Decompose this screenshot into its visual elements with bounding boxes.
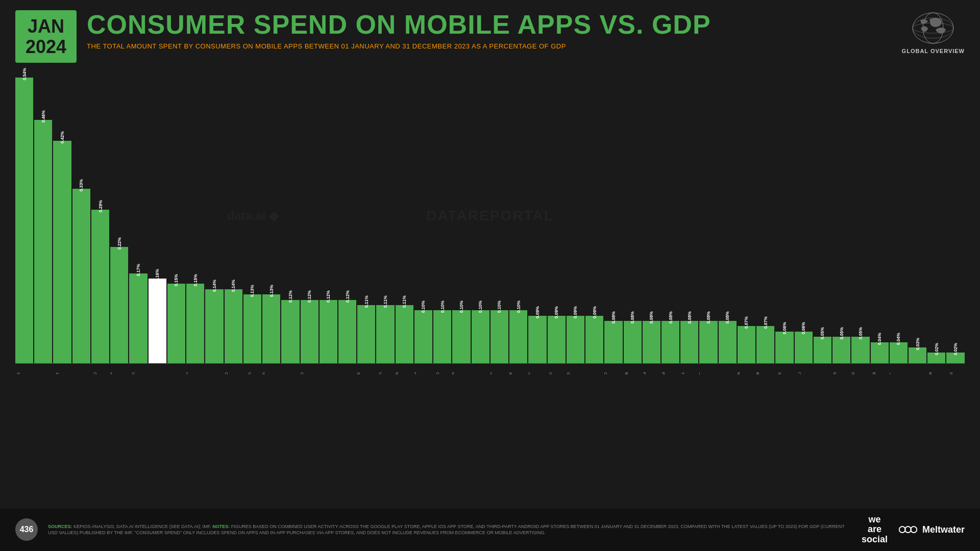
bar-group: 0.15% (167, 68, 185, 363)
bar (814, 337, 831, 363)
bar-label-cell: PORTUGAL (699, 368, 717, 374)
bar-group: 0.14% (225, 68, 242, 363)
bar-group: 0.13% (243, 68, 261, 363)
bar-group: 0.22% (110, 68, 128, 363)
bar-group: 0.07% (756, 68, 774, 363)
bar-group: 0.13% (262, 68, 280, 363)
bar-value-label: 0.15% (193, 274, 198, 286)
bar-label-text: AUSTRIA (509, 372, 513, 375)
bar-group: 0.11% (376, 68, 394, 363)
bar-label-text: U.S.A. (131, 372, 136, 375)
date-badge: JAN 2024 (15, 10, 77, 63)
bar (357, 305, 375, 363)
bar (281, 300, 299, 363)
bar-label-cell: HONG KONG (72, 368, 90, 374)
bar-group: 0.09% (567, 68, 584, 363)
bar-value-label: 0.04% (896, 333, 901, 345)
bar-group: 0.04% (871, 68, 889, 363)
bar-label-text: ARGENTINA (909, 372, 909, 375)
bar-value-label: 0.09% (573, 306, 578, 318)
bar-group: 0.04% (890, 68, 908, 363)
bar-label-cell: FRANCE (643, 368, 660, 374)
global-overview-label: GLOBAL OVERVIEW (902, 48, 965, 54)
bar (719, 321, 737, 363)
bar-value-label: 0.14% (231, 280, 236, 292)
bar-group: 0.10% (433, 68, 451, 363)
labels-row: TAIWANSOUTH KOREAJAPANHONG KONGCHINATHAI… (15, 364, 965, 410)
main-title: CONSUMER SPEND ON MOBILE APPS vs. GDP (87, 10, 892, 39)
bar (756, 326, 774, 363)
bar-group: 0.17% (129, 68, 147, 363)
bar-value-label: 0.54% (22, 68, 27, 80)
svg-point-5 (905, 527, 911, 533)
bar-value-label: 0.05% (859, 327, 863, 339)
svg-point-0 (913, 13, 953, 43)
bar-value-label: 0.08% (688, 311, 692, 323)
global-overview-block: GLOBAL OVERVIEW (902, 10, 965, 54)
bar-label-cell: SWEDEN (357, 368, 375, 374)
bar-value-label: 0.10% (459, 300, 464, 313)
bar-label-cell: WORLDWIDE (149, 368, 166, 374)
bar-group: 0.02% (946, 68, 964, 363)
bar-group: 0.03% (909, 68, 926, 363)
bar-group: 0.05% (851, 68, 869, 363)
bar-group: 0.06% (775, 68, 793, 363)
bar-value-label: 0.08% (668, 311, 673, 323)
bar-label-text: CROATIA (301, 372, 304, 375)
bar-group: 0.46% (34, 68, 52, 363)
bar (662, 321, 679, 363)
bar-label-text: CHILE (435, 372, 439, 375)
bar (110, 247, 128, 363)
bar (643, 321, 660, 363)
bar-label-text: GERMANY (528, 372, 530, 375)
bar (205, 289, 223, 363)
bar-label-cell: HUNGARY (491, 368, 508, 374)
bar-label-cell: THAILAND (110, 368, 128, 374)
bar-group: 0.42% (53, 68, 71, 363)
bar-group: 0.33% (72, 68, 90, 363)
bar-value-label: 0.15% (174, 274, 179, 286)
bar-value-label: 0.08% (611, 311, 616, 323)
bar-value-label: 0.10% (478, 300, 483, 313)
bar-value-label: 0.08% (706, 311, 711, 323)
bar (890, 342, 908, 363)
bar-group: 0.12% (338, 68, 356, 363)
bar (376, 305, 394, 363)
meltwater-text: Meltwater (922, 524, 965, 535)
bar-value-label: 0.05% (839, 327, 844, 339)
bar-group: 0.05% (832, 68, 850, 363)
bar-value-label: 0.10% (516, 300, 521, 313)
bar (396, 305, 413, 363)
bar-label-cell: U.S.A. (129, 368, 147, 374)
bar (225, 289, 242, 363)
bar-value-label: 0.11% (364, 295, 369, 308)
bar-group: 0.16% (149, 68, 166, 363)
bar-label-cell: SWITZERLAND (472, 368, 489, 374)
globe-icon (910, 10, 956, 46)
bar (320, 300, 337, 363)
bar-label-cell: RUSSIA (927, 368, 945, 374)
bar-group: 0.08% (624, 68, 642, 363)
bar-group: 0.12% (301, 68, 318, 363)
bar (528, 316, 546, 363)
brand-social: social (862, 535, 888, 545)
bar-label-cell: EGYPT (871, 368, 889, 374)
bar-value-label: 0.12% (326, 290, 331, 303)
we-are-social-logo: we are social (862, 515, 888, 545)
bar-value-label: 0.10% (440, 300, 445, 313)
bar-label-text: IRELAND (851, 372, 855, 375)
bar-label-text: CANADA (225, 372, 229, 375)
bar-group: 0.14% (205, 68, 223, 363)
bar-label-text: U.A.E. (378, 372, 383, 375)
bar-value-label: 0.04% (877, 333, 882, 345)
bar-label-cell: INDONESIA (814, 368, 831, 374)
bar-value-label: 0.46% (41, 110, 46, 122)
bar-label-cell: CZECHIA (604, 368, 622, 374)
bar-label-text: BELGIUM (756, 372, 760, 375)
meltwater-icon (898, 522, 918, 537)
bar (585, 316, 603, 363)
bar-label-cell: ARGENTINA (909, 368, 926, 374)
bar-group: 0.08% (719, 68, 737, 363)
bar-label-text: BULGARIA (452, 372, 454, 375)
bar-label-cell: U.A.E. (376, 368, 394, 374)
